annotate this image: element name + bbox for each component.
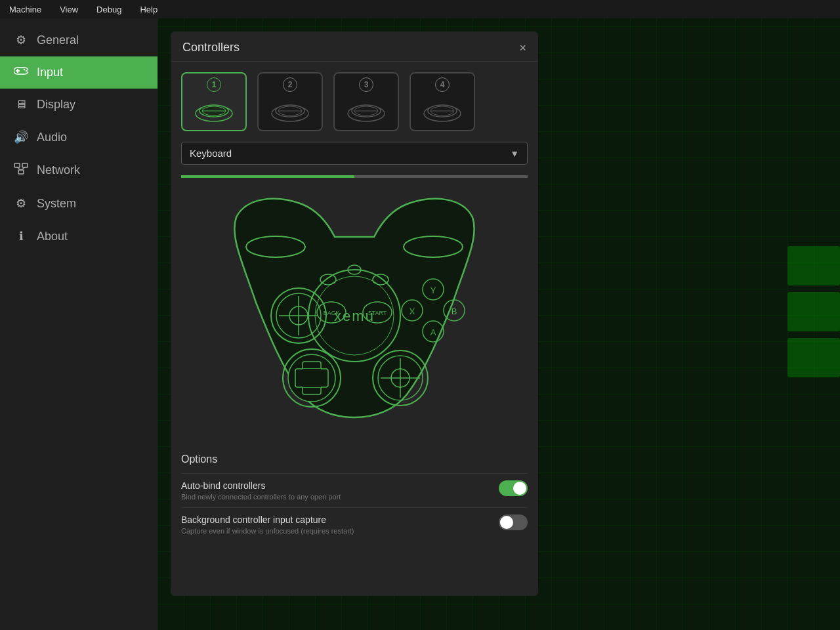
sidebar-item-system[interactable]: ⚙ System (0, 187, 158, 220)
port-number-4: 4 (435, 77, 450, 92)
bg-capture-desc: Capture even if window is unfocused (req… (181, 527, 491, 535)
panel-body: 1 2 (171, 62, 538, 451)
svg-point-3 (24, 69, 25, 70)
toggle-knob-2 (500, 516, 513, 529)
sidebar-label-input: Input (37, 66, 63, 79)
menu-machine[interactable]: Machine (5, 3, 45, 16)
monitor-icon: 🖥 (13, 98, 29, 112)
bg-capture-toggle[interactable] (499, 514, 528, 530)
controller-port-3-icon (346, 91, 387, 125)
auto-bind-row: Auto-bind controllers Bind newly connect… (181, 473, 528, 507)
gear-icon: ⚙ (13, 33, 29, 47)
panel-header: Controllers × (171, 32, 538, 62)
sidebar-item-about[interactable]: ℹ About (0, 220, 158, 253)
close-button[interactable]: × (519, 42, 526, 54)
svg-point-4 (26, 70, 27, 72)
controller-tabs (181, 175, 528, 178)
bg-capture-row: Background controller input capture Capt… (181, 507, 528, 541)
controller-port-1-icon (194, 91, 234, 125)
sidebar-item-general[interactable]: ⚙ General (0, 24, 158, 56)
svg-text:START: START (368, 310, 387, 316)
auto-bind-label: Auto-bind controllers (181, 480, 491, 491)
sidebar-label-display: Display (37, 98, 75, 112)
port-number-1: 1 (207, 77, 221, 92)
sidebar-label-system: System (37, 197, 76, 211)
options-section: Options Auto-bind controllers Bind newly… (171, 451, 538, 552)
system-icon: ⚙ (13, 196, 29, 211)
controller-port-2[interactable]: 2 (257, 72, 323, 131)
sidebar-label-audio: Audio (37, 131, 67, 144)
svg-rect-38 (303, 369, 321, 387)
sidebar-item-input[interactable]: Input (0, 56, 158, 89)
svg-text:BACK: BACK (324, 310, 340, 316)
svg-rect-2 (17, 69, 18, 73)
content-area: Controllers × 1 (158, 18, 840, 630)
menu-view[interactable]: View (56, 3, 82, 16)
info-icon: ℹ (13, 229, 29, 243)
sidebar-label-network: Network (37, 163, 80, 177)
menu-help[interactable]: Help (136, 3, 161, 16)
controller-port-3[interactable]: 3 (333, 72, 399, 131)
toggle-knob (513, 482, 526, 495)
options-title: Options (181, 451, 528, 465)
controller-port-4[interactable]: 4 (410, 72, 475, 131)
port-number-3: 3 (359, 77, 373, 92)
sidebar-item-audio[interactable]: 🔊 Audio (0, 121, 158, 154)
svg-text:Y: Y (430, 285, 436, 295)
controller-visual: xemu (181, 178, 528, 440)
svg-text:X: X (410, 306, 415, 316)
port-number-2: 2 (283, 77, 297, 92)
sidebar: ⚙ General Input 🖥 Display 🔊 Audio (0, 18, 158, 630)
controller-ports: 1 2 (181, 72, 528, 131)
controller-type-dropdown[interactable]: Keyboard ▼ (181, 142, 528, 165)
svg-rect-7 (18, 170, 24, 174)
menu-debug[interactable]: Debug (93, 3, 125, 16)
tab-left[interactable] (181, 175, 354, 178)
auto-bind-text: Auto-bind controllers Bind newly connect… (181, 480, 491, 501)
auto-bind-toggle[interactable] (499, 480, 528, 496)
svg-text:A: A (430, 327, 436, 337)
bg-capture-label: Background controller input capture (181, 514, 491, 525)
controller-port-4-icon (422, 91, 463, 125)
sidebar-item-display[interactable]: 🖥 Display (0, 89, 158, 121)
bg-capture-text: Background controller input capture Capt… (181, 514, 491, 535)
controller-port-2-icon (270, 91, 310, 125)
controllers-panel: Controllers × 1 (171, 32, 538, 596)
dropdown-value: Keyboard (190, 148, 232, 159)
sidebar-label-general: General (37, 33, 79, 47)
tab-right[interactable] (354, 175, 528, 178)
controller-port-1[interactable]: 1 (181, 72, 247, 131)
svg-rect-5 (14, 163, 20, 167)
audio-icon: 🔊 (13, 130, 29, 144)
panel-title: Controllers (182, 41, 240, 54)
auto-bind-desc: Bind newly connected controllers to any … (181, 493, 491, 501)
chevron-down-icon: ▼ (510, 148, 519, 159)
network-icon (13, 163, 29, 178)
svg-rect-6 (22, 163, 28, 167)
menubar: Machine View Debug Help (0, 0, 840, 18)
main-container: ⚙ General Input 🖥 Display 🔊 Audio (0, 18, 840, 630)
gamepad-icon (13, 66, 29, 79)
svg-text:B: B (452, 306, 457, 316)
sidebar-label-about: About (37, 230, 68, 243)
sidebar-item-network[interactable]: Network (0, 154, 158, 187)
